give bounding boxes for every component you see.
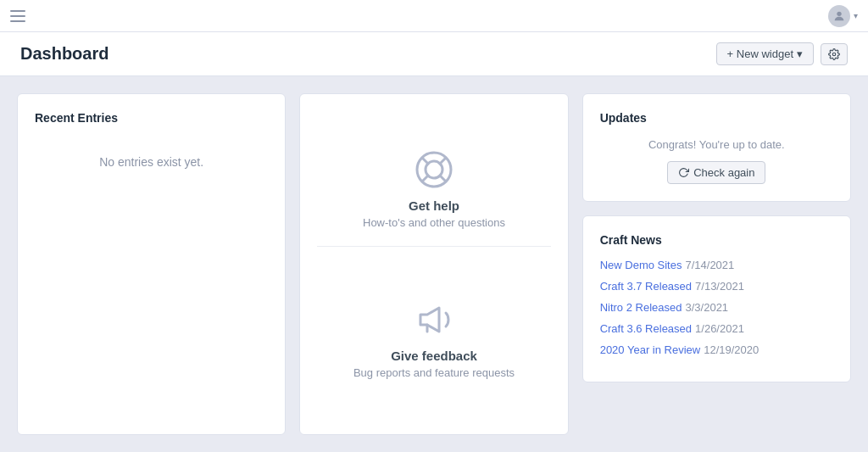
news-date: 1/26/2021 [695,322,744,335]
news-items-list: New Demo Sites7/14/2021Craft 3.7 Release… [600,259,833,356]
right-column: Updates Congrats! You're up to date. Che… [582,93,851,435]
news-link[interactable]: Craft 3.6 Released [600,322,692,335]
help-feedback-card: Get help How-to's and other questions Gi… [299,93,568,435]
news-item: Nitro 2 Released3/3/2021 [600,301,833,314]
new-widget-label: + New widget [727,47,793,60]
news-date: 7/13/2021 [695,280,744,293]
check-again-label: Check again [693,166,754,179]
get-help-desc: How-to's and other questions [363,216,505,229]
topbar: ▾ [0,0,868,32]
svg-line-7 [422,175,429,181]
get-help-section[interactable]: Get help How-to's and other questions [317,132,550,247]
topbar-left [10,10,25,22]
craft-news-title: Craft News [600,233,833,247]
user-icon [832,9,846,23]
check-again-button[interactable]: Check again [667,161,765,184]
user-avatar-button[interactable]: ▾ [828,5,858,27]
avatar [828,5,850,27]
news-link[interactable]: New Demo Sites [600,259,682,271]
lifebuoy-icon [414,149,454,190]
gear-icon [828,48,840,60]
give-feedback-desc: Bug reports and feature requests [353,366,515,379]
settings-button[interactable] [821,43,848,65]
svg-line-4 [422,158,429,165]
page-header: Dashboard + New widget ▾ [0,32,868,76]
news-date: 12/19/2020 [704,343,759,356]
header-actions: + New widget ▾ [716,42,848,65]
megaphone-icon [414,299,454,340]
craft-news-card: Craft News New Demo Sites7/14/2021Craft … [582,215,851,382]
recent-entries-title: Recent Entries [35,111,268,125]
news-item: 2020 Year in Review12/19/2020 [600,343,833,356]
news-date: 7/14/2021 [685,259,734,271]
chevron-down-icon: ▾ [797,47,803,60]
get-help-label: Get help [409,198,459,213]
updates-title: Updates [600,111,833,125]
new-widget-button[interactable]: + New widget ▾ [716,42,814,65]
updates-card: Updates Congrats! You're up to date. Che… [582,93,851,202]
main-content: Recent Entries No entries exist yet. Get… [0,76,868,452]
news-link[interactable]: Craft 3.7 Released [600,280,692,293]
news-link[interactable]: Nitro 2 Released [600,301,682,314]
give-feedback-label: Give feedback [391,349,477,363]
news-item: New Demo Sites7/14/2021 [600,259,833,271]
svg-point-1 [832,53,836,56]
recent-entries-card: Recent Entries No entries exist yet. [17,93,286,435]
topbar-right: ▾ [828,5,858,27]
up-to-date-text: Congrats! You're up to date. [600,138,833,151]
refresh-icon [678,167,689,178]
news-item: Craft 3.7 Released7/13/2021 [600,280,833,293]
no-entries-text: No entries exist yet. [35,155,268,169]
page-title: Dashboard [20,44,108,64]
news-date: 3/3/2021 [685,301,728,314]
svg-line-5 [439,175,446,181]
hamburger-menu-icon[interactable] [10,10,25,22]
svg-point-0 [837,11,841,15]
svg-line-6 [439,158,446,165]
give-feedback-section[interactable]: Give feedback Bug reports and feature re… [317,282,550,396]
news-item: Craft 3.6 Released1/26/2021 [600,322,833,335]
chevron-down-icon: ▾ [854,11,858,20]
news-link[interactable]: 2020 Year in Review [600,343,701,356]
